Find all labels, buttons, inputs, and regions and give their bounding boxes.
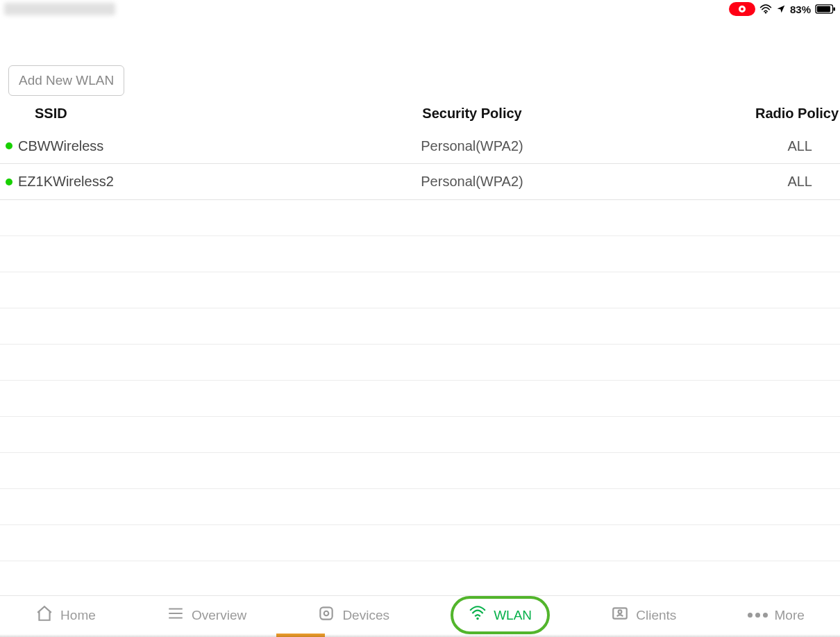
svg-point-0 [765, 12, 766, 13]
ssid-cell: EZ1KWireless2 [18, 174, 114, 190]
status-dot-icon [6, 179, 12, 185]
svg-point-8 [619, 610, 622, 613]
tab-devices[interactable]: Devices [308, 600, 399, 630]
empty-rows [0, 200, 840, 561]
tab-more[interactable]: More [738, 604, 814, 627]
status-bar: 83% [0, 0, 840, 17]
device-icon [317, 604, 335, 626]
tab-wlan[interactable]: WLAN [451, 596, 550, 634]
status-dot-icon [6, 142, 12, 149]
tab-underline-indicator [276, 634, 325, 637]
battery-percent: 83% [790, 3, 811, 15]
bottom-tab-bar: Home Overview Devices WLAN Clients More [0, 595, 840, 634]
wifi-icon [469, 604, 487, 626]
svg-rect-2 [817, 6, 830, 13]
svg-point-6 [476, 618, 478, 620]
battery-icon [815, 4, 836, 14]
screen-recording-indicator [729, 2, 755, 16]
svg-point-5 [324, 611, 329, 616]
tab-label: More [775, 608, 805, 623]
status-bar-blur [4, 3, 115, 15]
wifi-icon [759, 4, 772, 14]
radio-cell: ALL [715, 138, 840, 154]
wlan-table-header: SSID Security Policy Radio Policy [0, 106, 840, 127]
ssid-cell: CBWWireless [18, 138, 103, 154]
tab-label: Devices [342, 608, 389, 623]
tab-label: Overview [192, 608, 246, 623]
security-cell: Personal(WPA2) [229, 138, 715, 154]
clients-icon [611, 604, 629, 626]
tab-home[interactable]: Home [26, 600, 106, 630]
table-row[interactable]: CBWWireless Personal(WPA2) ALL [0, 128, 840, 164]
home-icon [35, 604, 53, 626]
header-ssid: SSID [0, 106, 229, 122]
radio-cell: ALL [715, 174, 840, 190]
menu-icon [167, 604, 185, 626]
tab-label: Clients [636, 608, 676, 623]
header-security: Security Policy [229, 106, 715, 122]
bottom-shadow [0, 634, 840, 637]
svg-rect-3 [833, 7, 835, 10]
wlan-table-body: CBWWireless Personal(WPA2) ALL EZ1KWirel… [0, 128, 840, 561]
security-cell: Personal(WPA2) [229, 174, 715, 190]
table-row[interactable]: EZ1KWireless2 Personal(WPA2) ALL [0, 164, 840, 200]
location-icon [776, 4, 786, 14]
header-radio: Radio Policy [715, 106, 840, 122]
tab-clients[interactable]: Clients [601, 600, 686, 630]
svg-rect-4 [321, 607, 333, 619]
tab-label: Home [60, 608, 96, 623]
add-new-wlan-button[interactable]: Add New WLAN [8, 65, 124, 96]
more-icon [748, 613, 768, 618]
tab-overview[interactable]: Overview [157, 600, 256, 630]
tab-label: WLAN [494, 608, 532, 623]
